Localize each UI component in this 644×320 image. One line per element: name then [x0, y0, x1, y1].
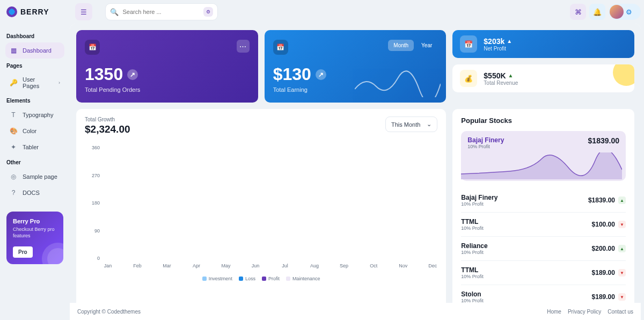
search-box[interactable]: 🔍 ⚙ [105, 3, 218, 20]
search-icon: 🔍 [110, 8, 119, 16]
search-shortcut-icon[interactable]: ⚙ [203, 7, 213, 17]
nav-item-typography[interactable]: T Typography [5, 107, 64, 123]
nav-label: Tabler [23, 144, 39, 150]
shortcut-button[interactable]: ⌘ [570, 4, 586, 20]
stock-name: TTML [461, 266, 484, 274]
stock-value: $100.00 [592, 221, 615, 228]
stock-row[interactable]: TTML10% Profit$100.00▼ [461, 213, 626, 237]
pro-card: Berry Pro Checkout Berry pro features Pr… [6, 212, 63, 264]
footer-contact[interactable]: Contact us [608, 309, 633, 315]
pending-value: 1350 [85, 64, 123, 84]
footer-privacy[interactable]: Privacy Policy [568, 309, 601, 315]
nav-item-dashboard[interactable]: ▦ Dashboard [5, 42, 64, 59]
earning-card: 📅 Month Year $130↗ Total Earning [265, 30, 447, 103]
profile-menu-button[interactable]: ⚙ [609, 4, 641, 20]
featured-stock[interactable]: Bajaj Finery 10% Profit $1839.00 [461, 131, 626, 181]
trend-down-icon: ▼ [618, 293, 626, 301]
logo[interactable]: BERRY [6, 6, 49, 17]
stocks-panel: Popular Stocks Bajaj Finery 10% Profit $… [452, 109, 634, 303]
stock-name: TTML [461, 218, 484, 226]
toggle-month[interactable]: Month [388, 40, 414, 51]
stock-row[interactable]: Stolon10% Profit$189.00▼ [461, 285, 626, 303]
profit-label: Net Profit [484, 46, 512, 52]
help-icon: ? [10, 189, 17, 197]
growth-title: Total Growth [85, 117, 130, 122]
windmill-icon: ✦ [10, 143, 17, 151]
trend-up-icon: ▲ [618, 245, 626, 252]
period-selector[interactable]: This Month ⌄ [385, 117, 437, 132]
chevron-down-icon: ⌄ [427, 121, 431, 128]
nav-label: Typography [23, 112, 53, 118]
nav-item-color[interactable]: 🎨 Color [5, 123, 64, 139]
stock-profit: 10% Profit [461, 298, 484, 303]
nav-section-dashboard: Dashboard [6, 33, 63, 39]
pending-orders-card: 📅 ⋯ 1350↗ Total Pending Orders [76, 30, 258, 103]
trend-up-icon: ↗ [127, 69, 138, 80]
trend-up-icon: ▲ [508, 72, 514, 78]
stock-profit: 10% Profit [461, 274, 484, 279]
net-profit-card: 📅 $203k▲ Net Profit [452, 30, 634, 58]
nav-section-elements: Elements [6, 98, 63, 104]
trend-up-icon: ▲ [507, 38, 512, 44]
nav-section-other: Other [6, 159, 63, 165]
logo-text: BERRY [20, 8, 49, 16]
toggle-year[interactable]: Year [416, 40, 437, 51]
stock-value: $189.00 [592, 269, 615, 277]
typography-icon: T [10, 111, 17, 119]
growth-value: $2,324.00 [85, 123, 130, 135]
stock-name: Bajaj Finery [461, 194, 497, 201]
notifications-button[interactable]: 🔔 [589, 4, 605, 20]
stock-row[interactable]: TTML10% Profit$189.00▼ [461, 261, 626, 285]
calendar-icon: 📅 [85, 40, 100, 55]
chevron-right-icon: › [58, 80, 60, 85]
stock-row[interactable]: Reliance10% Profit$200.00▲ [461, 237, 626, 261]
nav-item-docs[interactable]: ? DOCS [5, 185, 64, 201]
search-input[interactable] [123, 9, 199, 15]
nav-label: DOCS [23, 190, 40, 196]
trend-down-icon: ▼ [618, 221, 626, 228]
calendar-icon: 📅 [460, 35, 477, 53]
stock-name: Stolon [461, 290, 484, 298]
stock-row[interactable]: Bajaj Finery10% Profit$1839.00▲ [461, 188, 626, 213]
copyright: Copyright © Codedthemes [77, 309, 141, 315]
card-menu-button[interactable]: ⋯ [237, 40, 250, 53]
avatar [610, 5, 624, 19]
sidebar: Dashboard ▦ Dashboard Pages 🔑 User Pages… [3, 24, 67, 320]
pro-title: Berry Pro [13, 218, 57, 224]
stock-profit: 10% Profit [461, 201, 497, 207]
revenue-label: Total Revenue [484, 80, 518, 86]
featured-name: Bajaj Finery [467, 136, 504, 144]
dashboard-icon: ▦ [10, 47, 17, 54]
chart-legend: InvestmentLossProfitMaintenance [85, 276, 437, 281]
stock-value: $1839.00 [588, 197, 615, 204]
footer: Copyright © Codedthemes Home Privacy Pol… [70, 303, 641, 320]
nav-label: Dashboard [23, 47, 52, 54]
logo-icon [6, 6, 17, 17]
profit-value: $203k [484, 37, 504, 46]
stock-value: $189.00 [592, 293, 615, 301]
revenue-card: 💰 $550K▲ Total Revenue [452, 64, 634, 92]
brand-icon: ◎ [10, 173, 17, 180]
revenue-value: $550K [484, 71, 506, 80]
nav-label: Sample page [23, 173, 57, 180]
nav-item-user-pages[interactable]: 🔑 User Pages › [5, 72, 64, 93]
stock-value: $200.00 [592, 245, 615, 252]
stock-profit: 10% Profit [461, 226, 484, 231]
growth-chart: 360270180900 JanFebMarAprMayJunJulAugSep… [85, 145, 437, 274]
nav-label: User Pages [23, 76, 53, 89]
wallet-icon: 💰 [460, 70, 477, 87]
calendar-icon: 📅 [273, 40, 288, 55]
decoration [613, 64, 634, 86]
footer-home[interactable]: Home [547, 309, 561, 315]
stock-profit: 10% Profit [461, 250, 487, 255]
menu-toggle-button[interactable]: ☰ [75, 3, 92, 20]
nav-section-pages: Pages [6, 63, 63, 69]
period-label: This Month [391, 121, 420, 128]
nav-label: Color [23, 128, 36, 134]
nav-item-tabler[interactable]: ✦ Tabler [5, 139, 64, 155]
pro-button[interactable]: Pro [13, 246, 33, 258]
dots-icon: ⋯ [239, 42, 246, 50]
stock-name: Reliance [461, 242, 487, 250]
main: 📅 ⋯ 1350↗ Total Pending Orders 📅 Month Y… [70, 24, 641, 303]
nav-item-sample[interactable]: ◎ Sample page [5, 169, 64, 185]
